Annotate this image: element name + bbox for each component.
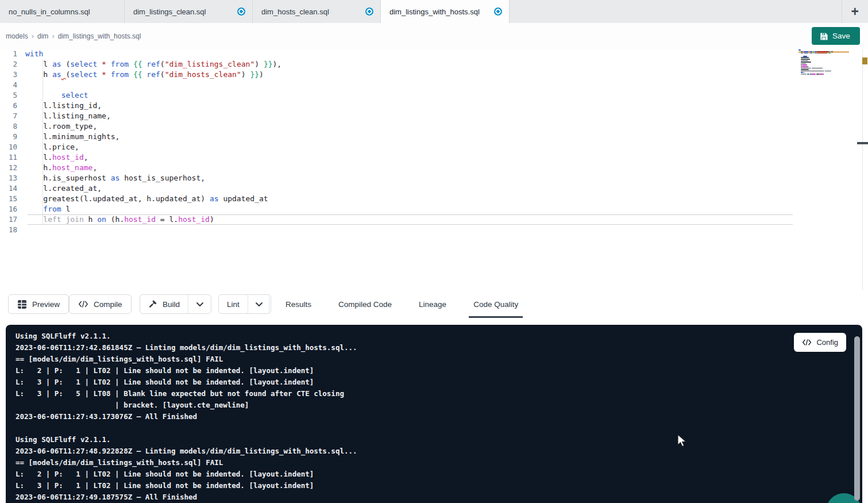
line-number: 6 (0, 101, 25, 111)
minimap[interactable] (798, 49, 849, 78)
terminal-line: == [models/dim/dim_listings_with_hosts.s… (16, 457, 845, 469)
toolbar-divider (269, 297, 269, 313)
lint-button-label: Lint (227, 300, 240, 309)
panel-tab-results[interactable]: Results (281, 290, 316, 318)
lint-dropdown-button[interactable] (248, 295, 271, 313)
line-number: 8 (0, 121, 25, 132)
terminal-line: Using SQLFluff v2.1.1. (16, 434, 845, 446)
save-button[interactable]: Save (812, 27, 860, 45)
tab-label: dim_listings_clean.sql (133, 7, 232, 16)
new-tab-button[interactable]: + (848, 5, 862, 18)
compile-button-label: Compile (94, 300, 122, 309)
code-line: 9 l.minimum_nights, (0, 132, 868, 142)
terminal-line: L: 3 | P: 1 | LT02 | Line should not be … (16, 377, 845, 388)
preview-button-label: Preview (32, 300, 60, 309)
code-icon (802, 339, 812, 346)
code-line: 17 left join h on (h.host_id = l.host_id… (0, 214, 868, 225)
line-number: 10 (0, 142, 25, 152)
line-number: 12 (0, 163, 25, 173)
line-number: 1 (0, 49, 25, 59)
line-number: 3 (0, 70, 25, 80)
editor-tab-bar: no_nulls_in_columns.sqldim_listings_clea… (0, 0, 868, 23)
code-line: 2 l as (select * from {{ ref("dim_listin… (0, 59, 868, 70)
breadcrumb-item: models (6, 32, 28, 40)
breadcrumb-separator-icon: › (32, 32, 34, 40)
chevron-down-icon (255, 302, 263, 307)
terminal-line: Using SQLFluff v2.1.1. (16, 331, 845, 342)
terminal-line: 2023-06-06T11:27:48.922828Z — Linting mo… (16, 446, 845, 457)
build-split-button: Build (140, 294, 211, 314)
result-panel-tabs: ResultsCompiled CodeLineageCode Quality (281, 290, 523, 318)
build-dropdown-button[interactable] (188, 295, 211, 313)
breadcrumb-item: dim (37, 32, 48, 40)
line-number: 18 (0, 225, 25, 235)
code-line: 7 l.listing_name, (0, 111, 868, 121)
code-editor[interactable]: 1with2 l as (select * from {{ ref("dim_l… (0, 49, 868, 290)
scrollbar-position-marker[interactable] (857, 142, 868, 144)
editor-tab-3[interactable]: dim_hosts_clean.sql (253, 0, 381, 23)
indent-guide (43, 59, 43, 225)
breadcrumb-separator-icon: › (52, 32, 54, 40)
code-line: 13 h.is_superhost as host_is_superhost, (0, 173, 868, 183)
panel-tab-compiled-code[interactable]: Compiled Code (334, 290, 396, 318)
panel-tab-code-quality[interactable]: Code Quality (469, 290, 523, 318)
code-line: 15 greatest(l.updated_at, h.updated_at) … (0, 194, 868, 204)
line-number: 17 (0, 214, 25, 225)
scrollbar-warning-marker (862, 57, 867, 64)
tab-label: dim_listings_with_hosts.sql (389, 7, 488, 16)
terminal-line: 2023-06-06T11:27:49.187575Z — All Finish… (16, 492, 845, 503)
code-line: 1with (0, 49, 868, 59)
terminal-line: L: 3 | P: 1 | LT02 | Line should not be … (16, 480, 845, 492)
code-line: 11 l.host_id, (0, 152, 868, 163)
table-icon (17, 300, 27, 309)
terminal-line: L: 2 | P: 1 | LT02 | Line should not be … (16, 365, 845, 377)
lint-output-terminal: Using SQLFluff v2.1.1.2023-06-06T11:27:4… (6, 325, 862, 503)
code-line: 8 l.room_type, (0, 121, 868, 132)
unsaved-changes-icon (365, 7, 373, 16)
code-line: 6 l.listing_id, (0, 101, 868, 111)
lint-button[interactable]: Lint (219, 295, 248, 313)
line-number: 4 (0, 80, 25, 90)
tab-label: no_nulls_in_columns.sql (9, 7, 117, 16)
tab-label: dim_hosts_clean.sql (261, 7, 360, 16)
editor-tab-2[interactable]: dim_listings_clean.sql (125, 0, 253, 23)
unsaved-changes-icon (237, 7, 245, 16)
code-icon (78, 300, 88, 308)
editor-scrollbar-track (862, 49, 863, 290)
terminal-line: L: 3 | P: 5 | LT08 | Blank line expected… (16, 388, 845, 400)
action-toolbar: Preview Compile Build (0, 290, 868, 318)
code-line: 10 l.price, (0, 142, 868, 152)
editor-tab-4[interactable]: dim_listings_with_hosts.sql (381, 0, 510, 23)
line-number: 16 (0, 204, 25, 214)
terminal-line: | bracket. [layout.cte_newline] (16, 400, 845, 411)
code-line: 4 (0, 80, 868, 90)
code-line: 16 from l (0, 204, 868, 214)
config-button[interactable]: Config (794, 333, 846, 352)
line-number: 13 (0, 173, 25, 183)
build-button-label: Build (163, 300, 180, 309)
line-number: 9 (0, 132, 25, 142)
panel-tab-lineage[interactable]: Lineage (414, 290, 451, 318)
terminal-output: Using SQLFluff v2.1.1.2023-06-06T11:27:4… (16, 331, 845, 503)
line-number: 14 (0, 183, 25, 194)
terminal-scrollbar-thumb[interactable] (854, 336, 860, 501)
editor-tab-1[interactable]: no_nulls_in_columns.sql (0, 0, 125, 23)
terminal-line: == [models/dim/dim_listings_with_hosts.s… (16, 354, 845, 365)
code-line: 12 h.host_name, (0, 163, 868, 173)
save-button-label: Save (832, 32, 850, 40)
line-number: 15 (0, 194, 25, 204)
build-button[interactable]: Build (140, 295, 188, 313)
preview-button[interactable]: Preview (8, 294, 69, 314)
code-line: 3 h as (select * from {{ ref("dim_hosts_… (0, 70, 868, 80)
breadcrumb: models›dim›dim_listings_with_hosts.sql (6, 32, 141, 40)
floppy-disk-icon (820, 32, 828, 40)
config-button-label: Config (816, 338, 838, 347)
hammer-icon (148, 300, 157, 309)
unsaved-changes-icon (494, 7, 502, 16)
line-number: 5 (0, 90, 25, 101)
compile-button[interactable]: Compile (69, 294, 132, 314)
code-line: 14 l.created_at, (0, 183, 868, 194)
breadcrumb-item: dim_listings_with_hosts.sql (58, 32, 141, 40)
terminal-line: 2023-06-06T11:27:42.861845Z — Linting mo… (16, 342, 845, 354)
tab-bar-right: + (842, 0, 868, 23)
